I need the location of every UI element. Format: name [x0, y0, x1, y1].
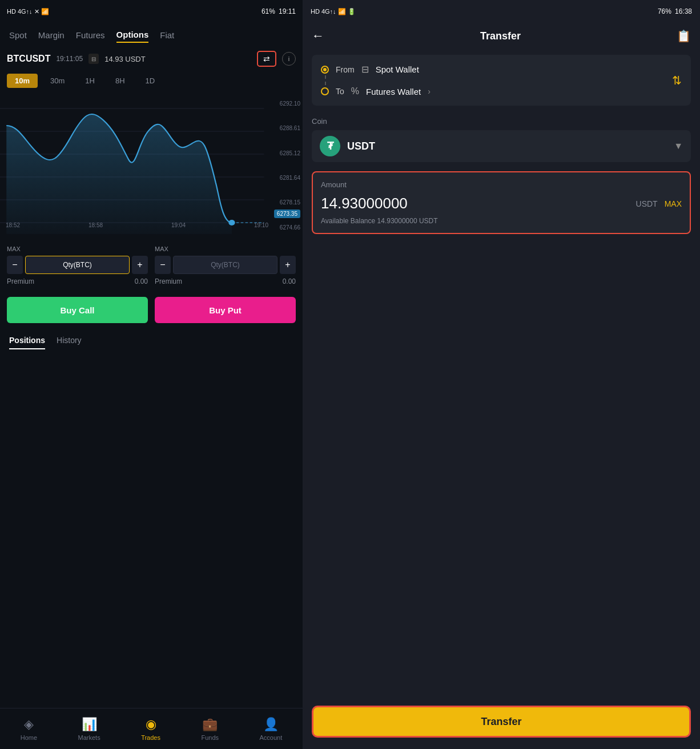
right-panel: HD 4G↑↓ 📶 🔋 76% 16:38 ← Transfer 📋 From …	[303, 0, 700, 749]
y-label-5: 6274.66	[280, 224, 300, 231]
y-label-0: 6292.10	[280, 100, 300, 107]
y-label-3: 6281.64	[280, 175, 300, 181]
qty-row-right: − +	[155, 256, 296, 274]
nav-markets[interactable]: 📊 Markets	[78, 717, 100, 741]
swap-button[interactable]: ⇄	[257, 51, 276, 67]
swap-arrows-button[interactable]: ⇅	[672, 74, 682, 87]
order-col-right: MAX − + Premium 0.00	[155, 245, 296, 285]
nav-account[interactable]: 👤 Account	[259, 717, 282, 741]
ticker-mode-icon: ⊟	[88, 54, 99, 64]
transfer-title: Transfer	[480, 30, 521, 42]
tab-positions[interactable]: Positions	[9, 336, 45, 349]
qty-minus-left[interactable]: −	[7, 256, 23, 274]
time-tab-30m[interactable]: 30m	[42, 74, 73, 88]
time-tab-1d[interactable]: 1D	[138, 74, 163, 88]
transfer-header: ← Transfer 📋	[303, 23, 700, 49]
buy-put-button[interactable]: Buy Put	[155, 297, 296, 323]
y-label-4: 6278.15	[280, 199, 300, 206]
signal-icon: HD 4G↑↓ ✕ 📶	[7, 8, 49, 15]
time-tab-1h[interactable]: 1H	[77, 74, 103, 88]
markets-icon: 📊	[82, 717, 97, 732]
premium-value-left: 0.00	[135, 277, 148, 285]
to-wallet-name[interactable]: Futures Wallet	[366, 87, 421, 96]
dashed-connector	[325, 75, 326, 85]
left-panel: HD 4G↑↓ ✕ 📶 61% 19:11 Spot Margin Future…	[0, 0, 303, 749]
nav-margin[interactable]: Margin	[38, 28, 65, 42]
from-wallet-icon: ⊟	[361, 64, 369, 75]
coin-chevron-icon: ▼	[674, 141, 683, 151]
qty-minus-right[interactable]: −	[155, 256, 171, 274]
battery-right: 76%	[658, 7, 671, 15]
available-label: Available Balance	[321, 217, 375, 225]
max-label-left: MAX	[7, 245, 148, 252]
status-right-left: 61% 19:11	[262, 7, 296, 15]
from-label: From	[336, 65, 355, 74]
amount-value[interactable]: 14.93000000	[321, 195, 408, 212]
amount-label: Amount	[321, 180, 682, 189]
tab-history[interactable]: History	[57, 336, 82, 349]
nav-home-label: Home	[21, 734, 37, 741]
time-tab-8h[interactable]: 8H	[107, 74, 133, 88]
available-row: Available Balance 14.93000000 USDT	[321, 217, 682, 225]
history-icon[interactable]: 📋	[677, 29, 691, 43]
current-price-tag: 6273.35	[274, 210, 300, 218]
time-tab-10m[interactable]: 10m	[7, 74, 38, 88]
back-button[interactable]: ←	[312, 29, 324, 43]
qty-row-left: − +	[7, 256, 148, 274]
trades-icon: ◉	[146, 717, 156, 732]
transfer-button[interactable]: Transfer	[312, 706, 691, 738]
nav-account-label: Account	[259, 734, 282, 741]
premium-row-left: Premium 0.00	[7, 277, 148, 285]
amount-section: Amount 14.93000000 USDT MAX Available Ba…	[312, 171, 691, 234]
nav-options[interactable]: Options	[116, 27, 149, 43]
nav-markets-label: Markets	[78, 734, 100, 741]
y-label-1: 6288.61	[280, 125, 300, 131]
qty-plus-left[interactable]: +	[132, 256, 148, 274]
max-button[interactable]: MAX	[665, 199, 682, 208]
status-bar-left: HD 4G↑↓ ✕ 📶 61% 19:11	[0, 0, 303, 23]
amount-row: 14.93000000 USDT MAX	[321, 195, 682, 212]
to-row: To % Futures Wallet ›	[321, 86, 682, 96]
status-bar-right: HD 4G↑↓ 📶 🔋 76% 16:38	[303, 0, 700, 23]
qty-input-left[interactable]	[25, 256, 130, 274]
ticker-symbol: BTCUSDT	[7, 54, 50, 64]
time-right: 16:38	[675, 7, 692, 15]
info-button[interactable]: i	[282, 52, 296, 66]
nav-trades-label: Trades	[141, 734, 160, 741]
x-label-0: 18:52	[6, 222, 20, 228]
x-label-2: 19:04	[171, 222, 186, 228]
to-label: To	[336, 87, 344, 96]
home-icon: ◈	[24, 717, 34, 732]
nav-spot[interactable]: Spot	[9, 28, 27, 42]
amount-unit: USDT	[636, 199, 658, 208]
premium-row-right: Premium 0.00	[155, 277, 296, 285]
account-icon: 👤	[263, 717, 279, 732]
qty-input-right[interactable]	[173, 256, 277, 274]
ticker-price: 14.93 USDT	[104, 55, 146, 63]
premium-label-left: Premium	[7, 277, 34, 285]
x-axis-labels: 18:52 18:58 19:04 19:10	[6, 222, 268, 228]
nav-funds[interactable]: 💼 Funds	[201, 717, 219, 741]
coin-row[interactable]: ₮ USDT ▼	[312, 130, 691, 162]
nav-home[interactable]: ◈ Home	[21, 717, 37, 741]
top-nav: Spot Margin Futures Options Fiat	[0, 23, 303, 47]
status-icons-right: HD 4G↑↓ 📶 🔋	[311, 8, 356, 15]
nav-fiat[interactable]: Fiat	[160, 28, 174, 42]
to-radio	[321, 87, 329, 95]
order-col-left: MAX − + Premium 0.00	[7, 245, 148, 285]
from-row: From ⊟ Spot Wallet	[321, 64, 682, 75]
bottom-nav-left: ◈ Home 📊 Markets ◉ Trades 💼 Funds 👤 Acco…	[0, 708, 303, 749]
nav-trades[interactable]: ◉ Trades	[141, 717, 160, 741]
battery-left: 61%	[262, 7, 275, 15]
qty-plus-right[interactable]: +	[280, 256, 296, 274]
chart-svg	[0, 91, 303, 240]
from-wallet-name[interactable]: Spot Wallet	[376, 65, 419, 74]
action-btns: Buy Call Buy Put	[0, 291, 303, 329]
order-section: MAX − + Premium 0.00 MAX − + Premium 0.0…	[0, 240, 303, 291]
available-value: 14.93000000 USDT	[377, 217, 438, 225]
transfer-from-to: From ⊟ Spot Wallet To % Futures Wallet ›…	[312, 55, 691, 106]
nav-futures[interactable]: Futures	[76, 28, 105, 42]
funds-icon: 💼	[202, 717, 218, 732]
status-icons-left: HD 4G↑↓ ✕ 📶	[7, 8, 49, 15]
buy-call-button[interactable]: Buy Call	[7, 297, 148, 323]
